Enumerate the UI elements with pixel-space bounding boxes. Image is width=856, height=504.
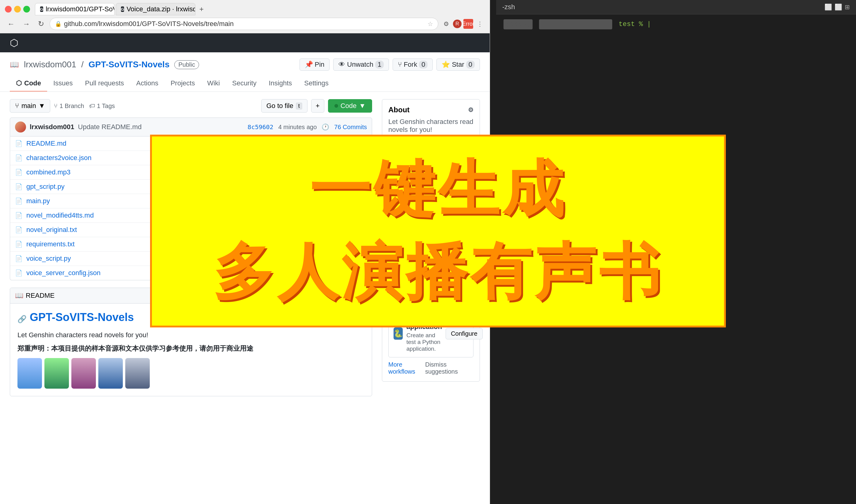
tab-actions[interactable]: Actions <box>130 76 164 91</box>
workflow-desc-python-application: Create and test a Python application. <box>406 332 442 352</box>
readme-link-icon: 🔗 <box>17 315 27 323</box>
terminal-icon-2[interactable]: ⬜ <box>835 3 842 11</box>
branch-count-icon: ⑂ <box>54 103 57 110</box>
traffic-lights <box>5 6 30 13</box>
pin-button[interactable]: 📌 Pin <box>299 58 330 71</box>
terminal-header: -zsh ⬜ ⬜ ⊞ <box>496 0 856 14</box>
tab-insights[interactable]: Insights <box>262 76 298 91</box>
dismiss-suggestions-link[interactable]: Dismiss suggestions <box>425 361 473 375</box>
code-tab-icon: ⬡ <box>16 79 22 87</box>
star-icon: ⭐ <box>442 60 450 69</box>
minimize-button[interactable] <box>14 6 21 13</box>
more-workflows-link[interactable]: More workflows <box>388 361 425 375</box>
file-icon-characters2voice: 📄 <box>15 154 23 162</box>
lock-icon: 🔒 <box>55 20 62 27</box>
file-icon-readme: 📄 <box>15 140 23 147</box>
browser-chrome: G lrxwisdom001/GPT-SoVITS-N... ✕ G Voice… <box>0 0 490 33</box>
profile-icon[interactable]: R <box>453 20 461 28</box>
tag-count[interactable]: 🏷 1 Tags <box>89 103 115 110</box>
readme-subtitle: Let Genshin characters read novels for y… <box>17 331 364 339</box>
character-3 <box>71 358 96 389</box>
tab-label-2: Voice_data.zip · lrxwisdom0... <box>126 5 195 13</box>
more-options-icon[interactable]: ⋮ <box>475 19 485 29</box>
github-nav: ⬡ <box>0 33 490 52</box>
repo-owner[interactable]: lrxwisdom001 <box>24 60 76 70</box>
terminal-split-icon[interactable]: ⊞ <box>845 3 850 11</box>
forward-button[interactable]: → <box>20 18 33 29</box>
tab-settings[interactable]: Settings <box>298 76 335 91</box>
chevron-down-icon: ▼ <box>39 102 45 110</box>
about-settings-icon[interactable]: ⚙ <box>468 106 473 113</box>
repo-nav-tabs: ⬡ Code Issues Pull requests Actions Proj… <box>10 76 480 91</box>
star-button[interactable]: ⭐ Star 0 <box>436 58 480 71</box>
character-2 <box>45 358 69 389</box>
new-tab-button[interactable]: + <box>197 4 206 14</box>
back-button[interactable]: ← <box>5 18 17 29</box>
browser-toolbar: ← → ↻ 🔒 github.com/lrxwisdom001/GPT-SoVI… <box>5 18 485 30</box>
character-5 <box>125 358 150 389</box>
branch-selector[interactable]: ⑂ main ▼ <box>10 99 50 113</box>
add-file-button[interactable]: + <box>311 99 324 113</box>
fork-icon: ⑂ <box>398 60 402 69</box>
branch-icon: ⑂ <box>15 102 19 110</box>
fork-count: 0 <box>419 60 427 69</box>
go-to-file-button[interactable]: Go to file t <box>261 99 308 113</box>
commit-avatar <box>15 122 26 132</box>
shortcut-badge: t <box>296 103 302 110</box>
terminal-prompt: test % | <box>619 20 651 28</box>
commit-count[interactable]: 76 Commits <box>334 124 367 131</box>
browser-tab-2[interactable]: G Voice_data.zip · lrxwisdom0... ✕ <box>116 3 195 15</box>
browser-tab-1[interactable]: G lrxwisdom001/GPT-SoVITS-N... ✕ <box>35 3 115 15</box>
about-card: About ⚙ Let Genshin characters read nove… <box>382 99 480 140</box>
tab-security[interactable]: Security <box>226 76 262 91</box>
file-icon-main: 📄 <box>15 197 23 205</box>
file-icon-voice-script: 📄 <box>15 255 23 262</box>
tab-pullrequests[interactable]: Pull requests <box>79 76 130 91</box>
address-text: github.com/lrxwisdom001/GPT-SoVITS-Novel… <box>64 20 425 28</box>
terminal-env: (base) <box>504 19 532 29</box>
tag-icon: 🏷 <box>89 103 95 110</box>
tab-wiki[interactable]: Wiki <box>201 76 226 91</box>
github-logo: ⬡ <box>10 37 18 49</box>
commit-hash[interactable]: 8c59602 <box>247 123 273 131</box>
file-icon-novel-original: 📄 <box>15 226 23 233</box>
code-dot <box>334 104 338 108</box>
tab-issues[interactable]: Issues <box>47 76 79 91</box>
history-icon: 🕐 <box>321 123 329 131</box>
bookmark-icon[interactable]: ☆ <box>427 20 433 28</box>
repo-name[interactable]: GPT-SoVITS-Novels <box>88 60 170 70</box>
branch-count[interactable]: ⑂ 1 Branch <box>54 103 84 110</box>
readme-title: GPT-SoVITS-Novels <box>30 311 134 324</box>
extensions-icon[interactable]: ⚙ <box>441 19 451 29</box>
tab-label-1: lrxwisdom001/GPT-SoVITS-N... <box>46 5 115 13</box>
error-badge[interactable]: Error <box>464 19 473 29</box>
address-bar[interactable]: 🔒 github.com/lrxwisdom001/GPT-SoVITS-Nov… <box>50 18 438 30</box>
file-icon-requirements: 📄 <box>15 240 23 248</box>
tab-favicon-2: G <box>121 6 124 12</box>
branch-bar: ⑂ main ▼ ⑂ 1 Branch 🏷 1 Tags <box>10 99 372 113</box>
commit-author[interactable]: lrxwisdom001 <box>30 123 74 131</box>
tab-favicon-1: G <box>40 6 43 12</box>
unwatch-button[interactable]: 👁 Unwatch 1 <box>333 58 389 71</box>
terminal-icon-1[interactable]: ⬜ <box>824 3 832 11</box>
refresh-button[interactable]: ↻ <box>36 18 47 29</box>
tab-projects[interactable]: Projects <box>164 76 201 91</box>
configure-python-application-button[interactable]: Configure <box>446 328 483 339</box>
about-title: About ⚙ <box>388 106 473 114</box>
repo-title-row: 📖 lrxwisdom001 / GPT-SoVITS-Novels Publi… <box>10 58 480 71</box>
promotional-overlay: 一键生成 多人演播有声书 <box>150 134 726 327</box>
code-button[interactable]: Code ▼ <box>328 99 372 113</box>
python-application-icon: 🐍 <box>394 327 403 340</box>
code-chevron-icon: ▼ <box>359 102 366 110</box>
tab-code[interactable]: ⬡ Code <box>10 76 47 91</box>
readme-label: README <box>26 292 54 300</box>
maximize-button[interactable] <box>23 6 30 13</box>
close-button[interactable] <box>5 6 12 13</box>
readme-disclaimer: 郑重声明：本项目提供的样本音源和文本仅供学习参考使用，请勿用于商业用途 <box>17 344 364 353</box>
star-count: 0 <box>466 60 475 69</box>
fork-button[interactable]: ⑂ Fork 0 <box>392 58 433 71</box>
commit-time: 4 minutes ago <box>278 124 317 131</box>
file-icon-novel-modified: 📄 <box>15 212 23 219</box>
overlay-text-bottom: 多人演播有声书 <box>213 231 663 314</box>
toolbar-icons: ⚙ R Error ⋮ <box>441 19 485 29</box>
